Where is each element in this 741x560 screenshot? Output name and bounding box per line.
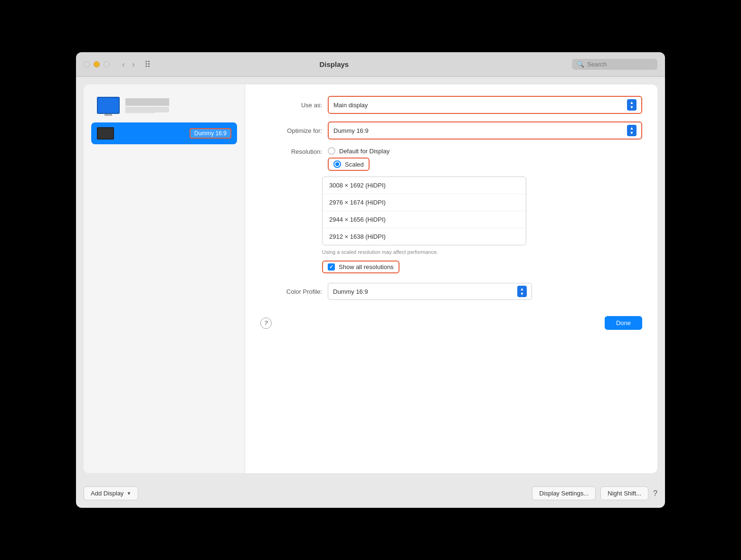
dummy-pill-label: Dummy 16:9 <box>190 128 231 139</box>
optimize-control: Dummy 16:9 ▲ ▼ <box>328 121 642 140</box>
resolution-list-box: 3008 × 1692 (HiDPI) 2976 × 1674 (HiDPI) … <box>322 177 526 245</box>
search-icon: 🔍 <box>577 61 584 68</box>
performance-note: Using a scaled resolution may affect per… <box>322 249 642 255</box>
add-display-label: Add Display <box>91 490 124 497</box>
use-as-label: Use as: <box>260 102 322 109</box>
main-display-name: ██████████ <box>125 98 169 105</box>
done-button[interactable]: Done <box>605 316 642 330</box>
sidebar: ██████████ ████████ Dummy 16:9 <box>84 84 245 473</box>
res-item-2[interactable]: 2944 × 1656 (HiDPI) <box>323 211 526 228</box>
resolution-list: 3008 × 1692 (HiDPI) 2976 × 1674 (HiDPI) … <box>322 177 642 245</box>
use-as-select[interactable]: Main display ▲ ▼ <box>328 96 642 114</box>
night-shift-button[interactable]: Night Shift... <box>600 486 648 500</box>
scaled-option-container: Scaled <box>328 158 370 171</box>
resolution-default-label: Default for Display <box>339 148 390 155</box>
use-as-value: Main display <box>333 102 368 109</box>
check-icon: ✓ <box>329 264 333 270</box>
sidebar-item-main-display[interactable]: ██████████ ████████ <box>91 92 237 119</box>
resolution-scaled-label: Scaled <box>345 161 364 168</box>
sidebar-item-text: ██████████ ████████ <box>125 98 169 112</box>
optimize-row: Optimize for: Dummy 16:9 ▲ ▼ <box>260 121 642 140</box>
show-all-label: Show all resolutions <box>339 263 394 271</box>
res-item-0[interactable]: 3008 × 1692 (HiDPI) <box>323 177 526 194</box>
res-item-3[interactable]: 2912 × 1638 (HiDPI) <box>323 228 526 245</box>
main-display-sub: ████████ <box>125 107 169 112</box>
panel-help-button[interactable]: ? <box>260 317 272 329</box>
optimize-label: Optimize for: <box>260 127 322 134</box>
color-profile-arrows: ▲ ▼ <box>517 286 527 297</box>
optimize-value: Dummy 16:9 <box>333 127 369 134</box>
footer-btn-group: Display Settings... Night Shift... ? <box>532 486 657 500</box>
optimize-arrows: ▲ ▼ <box>627 125 636 136</box>
use-as-control: Main display ▲ ▼ <box>328 96 642 114</box>
color-profile-row: Color Profile: Dummy 16:9 ▲ ▼ <box>260 283 642 300</box>
show-all-row: ✓ Show all resolutions <box>322 261 642 273</box>
resolution-scaled-radio[interactable] <box>333 160 341 168</box>
os-window: ‹ › ⠿ Displays 🔍 ██████████ ████████ <box>76 52 665 508</box>
color-profile-value: Dummy 16:9 <box>333 288 368 295</box>
main-content: ██████████ ████████ Dummy 16:9 Use as: <box>76 77 665 481</box>
resolution-row: Resolution: Default for Display Scaled <box>260 147 642 171</box>
window-title: Displays <box>96 60 572 68</box>
sidebar-item-dummy[interactable]: Dummy 16:9 <box>91 122 237 144</box>
resolution-default-radio[interactable] <box>328 147 335 155</box>
main-monitor-icon <box>97 97 120 114</box>
panel-bottom-bar: ? Done <box>260 311 642 332</box>
res-item-1[interactable]: 2976 × 1674 (HiDPI) <box>323 194 526 211</box>
use-as-row: Use as: Main display ▲ ▼ <box>260 96 642 114</box>
footer-help-button[interactable]: ? <box>653 489 657 498</box>
right-panel: Use as: Main display ▲ ▼ Optimize for: <box>245 84 657 473</box>
panel-container: ██████████ ████████ Dummy 16:9 Use as: <box>84 84 657 473</box>
color-profile-label: Color Profile: <box>260 288 322 295</box>
resolution-label: Resolution: <box>260 147 322 155</box>
footer-bar: Add Display ▼ Display Settings... Night … <box>76 481 665 508</box>
resolution-options: Default for Display Scaled <box>328 147 390 171</box>
use-as-arrows: ▲ ▼ <box>627 99 636 111</box>
display-settings-button[interactable]: Display Settings... <box>532 486 596 500</box>
close-button[interactable] <box>84 61 90 67</box>
optimize-select[interactable]: Dummy 16:9 ▲ ▼ <box>328 121 642 140</box>
show-all-checkbox[interactable]: ✓ <box>328 263 335 271</box>
add-display-button[interactable]: Add Display ▼ <box>84 486 138 500</box>
show-all-checkbox-container[interactable]: ✓ Show all resolutions <box>322 261 399 273</box>
search-bar[interactable]: 🔍 <box>572 59 657 70</box>
resolution-default-option[interactable]: Default for Display <box>328 147 390 155</box>
title-bar: ‹ › ⠿ Displays 🔍 <box>76 52 665 77</box>
color-profile-select[interactable]: Dummy 16:9 ▲ ▼ <box>328 283 532 300</box>
search-input[interactable] <box>587 61 649 68</box>
resolution-scaled-option[interactable]: Scaled <box>328 158 390 171</box>
dummy-monitor-icon <box>97 127 114 140</box>
add-display-arrow-icon: ▼ <box>126 491 131 496</box>
